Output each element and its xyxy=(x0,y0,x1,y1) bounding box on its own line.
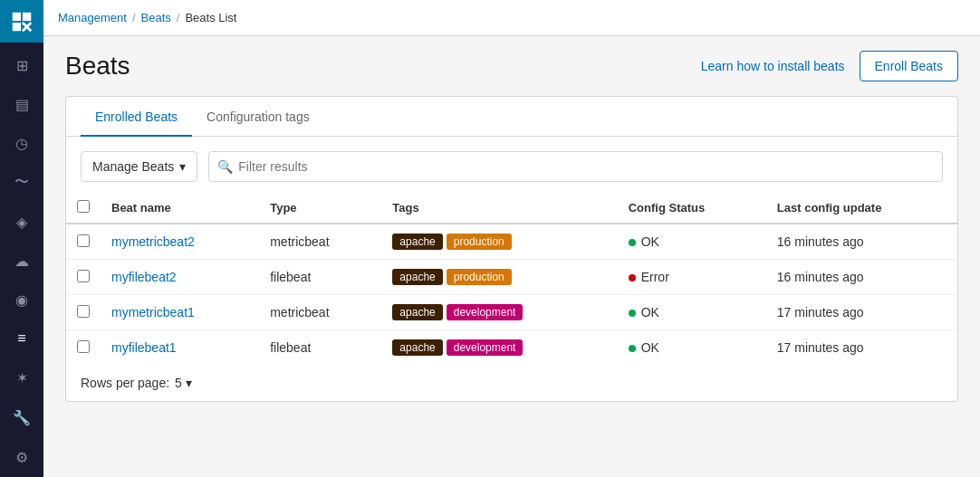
sidebar: ⊞ ▤ ◷ 〜 ◈ ☁ ◉ ≡ ✶ 🔧 ⚙ xyxy=(0,0,43,477)
search-icon: 🔍 xyxy=(217,159,233,174)
canvas-icon[interactable]: ◈ xyxy=(0,202,43,241)
beat-tags: apachedevelopment xyxy=(381,295,617,330)
chevron-down-icon: ▾ xyxy=(179,159,186,174)
tag-apache[interactable]: apache xyxy=(392,269,442,285)
tab-configuration-tags[interactable]: Configuration tags xyxy=(192,97,324,137)
beat-last-update: 16 minutes ago xyxy=(766,224,957,260)
page-content: Beats Learn how to install beats Enroll … xyxy=(43,36,980,477)
apm-icon[interactable]: ✶ xyxy=(0,358,43,397)
beat-last-update: 17 minutes ago xyxy=(766,330,957,366)
beat-type: metricbeat xyxy=(259,224,381,260)
row-checkbox[interactable] xyxy=(77,234,90,247)
page-title: Beats xyxy=(65,52,130,81)
maps-icon[interactable]: ☁ xyxy=(0,242,43,281)
management-icon[interactable]: ⚙ xyxy=(0,437,43,477)
beat-name-link[interactable]: myfilebeat2 xyxy=(111,270,177,284)
breadcrumb-sep-2: / xyxy=(177,11,180,24)
beat-config-status: OK xyxy=(618,295,766,330)
tabs: Enrolled Beats Configuration tags xyxy=(66,97,957,137)
visualize-icon[interactable]: ▤ xyxy=(0,85,43,124)
beat-name-link[interactable]: mymetricbeat2 xyxy=(111,234,195,249)
main-card: Enrolled Beats Configuration tags Manage… xyxy=(65,96,958,402)
table-body: mymetricbeat2metricbeatapacheproductionO… xyxy=(66,224,957,365)
tag-development[interactable]: development xyxy=(447,339,524,356)
learn-link[interactable]: Learn how to install beats xyxy=(701,59,845,73)
tag-production[interactable]: production xyxy=(447,234,512,250)
beat-config-status: OK xyxy=(618,224,766,260)
tag-development[interactable]: development xyxy=(447,304,524,320)
manage-beats-label: Manage Beats xyxy=(92,159,174,174)
tag-production[interactable]: production xyxy=(447,269,512,285)
col-beat-name: Beat name xyxy=(101,193,259,224)
status-dot xyxy=(629,310,636,317)
tab-enrolled-beats[interactable]: Enrolled Beats xyxy=(81,97,192,137)
discover-icon[interactable]: ⊞ xyxy=(0,46,43,85)
timelion-icon[interactable]: 〜 xyxy=(0,163,43,202)
rows-per-page-select[interactable]: 5 ▾ xyxy=(175,376,192,390)
filter-input[interactable] xyxy=(208,151,943,182)
tag-apache[interactable]: apache xyxy=(392,234,442,250)
select-all-col xyxy=(66,193,101,224)
status-dot xyxy=(629,239,636,246)
beat-tags: apacheproduction xyxy=(381,224,617,260)
breadcrumb-management[interactable]: Management xyxy=(58,11,127,24)
table-header: Beat name Type Tags Config Status Last c… xyxy=(66,193,957,224)
rows-per-page-label: Rows per page: xyxy=(81,376,169,390)
breadcrumb-beats[interactable]: Beats xyxy=(141,11,171,24)
col-type: Type xyxy=(259,193,381,224)
beat-last-update: 16 minutes ago xyxy=(766,260,957,295)
beat-last-update: 17 minutes ago xyxy=(766,295,957,330)
beats-table: Beat name Type Tags Config Status Last c… xyxy=(66,193,957,365)
breadcrumb-sep-1: / xyxy=(132,11,136,24)
beat-name-link[interactable]: mymetricbeat1 xyxy=(111,305,195,320)
main-content: Management / Beats / Beats List Beats Le… xyxy=(43,0,980,477)
page-header: Beats Learn how to install beats Enroll … xyxy=(65,51,958,81)
beat-config-status: OK xyxy=(618,330,766,366)
pagination-bar: Rows per page: 5 ▾ xyxy=(66,365,957,401)
dashboard-icon[interactable]: ◷ xyxy=(0,124,43,163)
beat-config-status: Error xyxy=(618,260,766,295)
beat-name-link[interactable]: myfilebeat1 xyxy=(111,340,177,355)
row-checkbox[interactable] xyxy=(77,305,90,318)
row-checkbox[interactable] xyxy=(77,340,90,353)
ml-icon[interactable]: ◉ xyxy=(0,281,43,320)
breadcrumb-current: Beats List xyxy=(185,11,236,24)
status-dot xyxy=(629,274,636,281)
toolbar: Manage Beats ▾ 🔍 xyxy=(66,137,957,193)
enroll-beats-button[interactable]: Enroll Beats xyxy=(860,51,958,81)
beat-tags: apachedevelopment xyxy=(381,330,617,366)
dev-tools-icon[interactable]: 🔧 xyxy=(0,397,43,437)
col-config-status: Config Status xyxy=(618,193,766,224)
topnav: Management / Beats / Beats List xyxy=(43,0,980,36)
logo[interactable] xyxy=(0,0,43,43)
row-checkbox[interactable] xyxy=(77,270,90,282)
manage-beats-button[interactable]: Manage Beats ▾ xyxy=(81,151,197,182)
col-last-update: Last config update xyxy=(766,193,957,224)
tag-apache[interactable]: apache xyxy=(392,339,442,356)
table-row: mymetricbeat2metricbeatapacheproductionO… xyxy=(66,224,957,260)
select-all-checkbox[interactable] xyxy=(77,200,90,213)
col-tags: Tags xyxy=(381,193,617,224)
rows-per-page-value: 5 xyxy=(175,376,182,390)
beat-type: filebeat xyxy=(259,260,381,295)
beat-type: filebeat xyxy=(259,330,381,366)
status-dot xyxy=(629,345,636,352)
infrastructure-icon[interactable]: ≡ xyxy=(0,320,43,358)
tag-apache[interactable]: apache xyxy=(392,304,442,320)
chevron-down-icon: ▾ xyxy=(186,376,192,390)
breadcrumb: Management / Beats / Beats List xyxy=(58,11,236,24)
page-header-actions: Learn how to install beats Enroll Beats xyxy=(701,51,958,81)
beat-tags: apacheproduction xyxy=(381,260,617,295)
table-row: myfilebeat1filebeatapachedevelopmentOK17… xyxy=(66,330,957,366)
table-row: mymetricbeat1metricbeatapachedevelopment… xyxy=(66,295,957,330)
beat-type: metricbeat xyxy=(259,295,381,330)
table-row: myfilebeat2filebeatapacheproductionError… xyxy=(66,260,957,295)
filter-input-wrap: 🔍 xyxy=(208,151,943,182)
